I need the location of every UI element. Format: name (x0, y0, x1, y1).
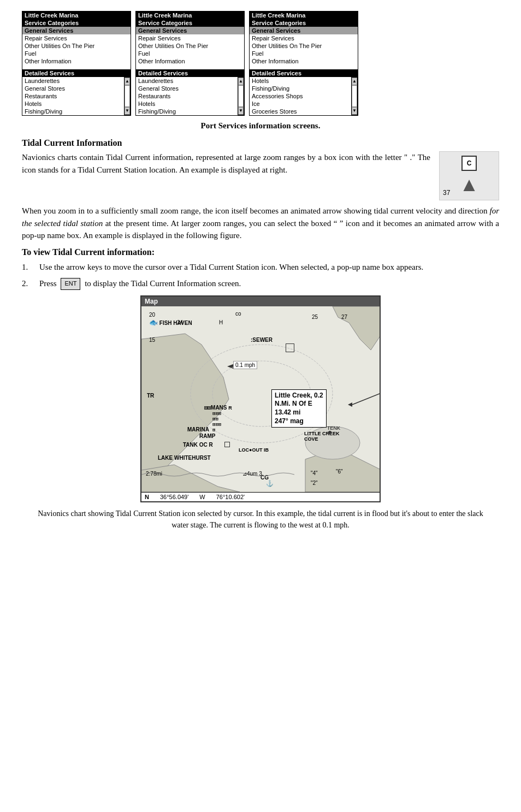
lake-label: LAKE WHITEHURST (158, 455, 211, 461)
circle-marker (286, 343, 294, 352)
map-body: 🐟 FISH HAVEN co 24 H 25 27 20 15 :SEWER … (141, 306, 380, 492)
tenk-label: TENK (327, 425, 340, 431)
map-container: Map 🐟 FISH HAVEN (140, 295, 381, 502)
marina-detailed-header-1: Detailed Services (22, 69, 131, 77)
tidal-icon-letter: C (467, 159, 472, 167)
scroll-track[interactable] (125, 85, 130, 107)
speed-label: 0.1 mph (233, 361, 257, 369)
scroll-up-arrow[interactable]: ▲ (125, 78, 130, 85)
step-2-text: to display the Tidal Current Information… (85, 279, 241, 288)
scroll-track[interactable] (238, 85, 244, 107)
scroll-down-arrow[interactable]: ▼ (125, 107, 130, 115)
marina-cat-item[interactable]: Fuel (22, 50, 131, 57)
depth-15: 15 (149, 337, 155, 343)
marina-cat-item[interactable]: Other Information (250, 57, 358, 65)
marina-detailed-header-2: Detailed Services (136, 69, 244, 77)
tank-symbol (224, 442, 230, 447)
coord-w-label: W (199, 494, 205, 500)
marina-cat-item[interactable]: Fuel (136, 50, 244, 57)
step-1-text: Use the arrow keys to move the cursor ov… (39, 260, 423, 274)
list-item[interactable]: Hotels (22, 100, 124, 108)
tidal-step-2: 2. Press ENT to display the Tidal Curren… (22, 277, 499, 290)
marina-cat-item[interactable]: Fuel (250, 50, 358, 57)
tidal-step-1: 1. Use the arrow keys to move the cursor… (22, 260, 499, 274)
mans-label: ⊠⊠MANS R (204, 405, 232, 411)
scroll-down-arrow[interactable]: ▼ (352, 107, 357, 115)
depth-h: H (219, 319, 223, 325)
svg-marker-9 (348, 402, 352, 407)
ramp-label: RAMP (199, 433, 215, 439)
tidal-paragraph-1-container: C ▲ 37 Navionics charts contain Tidal Cu… (22, 151, 499, 205)
list-item[interactable]: Groceries Stores (250, 108, 351, 115)
marina-panel-1: Little Creek Marina Service Categories G… (22, 11, 131, 116)
depth-20-tl: 20 (149, 312, 155, 318)
marina-cat-item[interactable]: Other Utilities On The Pier (22, 42, 131, 50)
marina-cat-item[interactable]: Other Utilities On The Pier (136, 42, 244, 50)
step-2-content: Press ENT to display the Tidal Current I… (39, 277, 241, 290)
sewer-label: :SEWER (251, 337, 273, 343)
list-item[interactable]: Accessories Shops (250, 92, 351, 100)
marina-selected-cat-1[interactable]: General Services (22, 27, 131, 34)
marina-selected-cat-2[interactable]: General Services (136, 27, 244, 34)
list-item[interactable]: Ice (250, 100, 351, 108)
marina-selected-cat-3[interactable]: General Services (250, 27, 358, 34)
tidal-paragraph-2: When you zoom in to a sufficiently small… (22, 205, 499, 242)
marina-cat-item[interactable]: Repair Services (136, 34, 244, 42)
list-item[interactable]: Launderettes (136, 77, 238, 85)
svg-line-8 (352, 394, 380, 405)
map-title: Map (141, 297, 380, 306)
marina-cat-item[interactable]: Other Information (22, 57, 131, 65)
marina-detailed-header-3: Detailed Services (250, 69, 358, 77)
list-item[interactable]: General Stores (136, 85, 238, 92)
coord-lon: 76°10.602' (216, 494, 245, 500)
tr-label: TR (147, 393, 154, 399)
little-creek-cove-label: LITTLE CREEKCOVE (304, 431, 340, 442)
north-indicator: N (145, 494, 149, 500)
marina-label: MARINA (187, 426, 209, 432)
fish-haven-label: 🐟 FISH HAVEN (149, 318, 192, 327)
scroll-track[interactable] (352, 85, 357, 107)
tidal-heading: Tidal Current Information (22, 138, 499, 148)
tenk-dot (328, 431, 331, 434)
marina-cat-item[interactable]: Other Utilities On The Pier (250, 42, 358, 50)
svg-marker-2 (333, 306, 380, 350)
depth-25: 25 (312, 314, 318, 320)
map-caption: Navionics chart showing Tidal Current St… (33, 508, 488, 531)
tidal-current-section: Tidal Current Information C ▲ 37 Navioni… (22, 138, 499, 242)
tidal-station-number: 37 (443, 189, 450, 197)
scrollbar-1[interactable]: ▲ ▼ (124, 77, 131, 115)
scroll-up-arrow[interactable]: ▲ (352, 78, 357, 85)
cg-symbol: ⚓ (266, 480, 274, 487)
list-item[interactable]: Hotels (250, 77, 351, 85)
press-ent-button[interactable]: ENT (61, 278, 80, 290)
port-panels-container: Little Creek Marina Service Categories G… (22, 11, 499, 116)
view-tidal-heading: To view Tidal Current information: (22, 247, 499, 257)
scroll-up-arrow[interactable]: ▲ (238, 78, 244, 85)
port-screens-section: Little Creek Marina Service Categories G… (22, 11, 499, 131)
depth-2-quote: "2" (311, 480, 318, 486)
marina-cat-item[interactable]: Other Information (136, 57, 244, 65)
list-item[interactable]: Fishing/Diving (136, 108, 238, 115)
loc-label: LOC●OUT IB (239, 447, 269, 453)
distance-label: 2:78mi (146, 471, 162, 477)
marina-cat-item[interactable]: Repair Services (250, 34, 358, 42)
tidal-icon-illustration: C ▲ 37 (439, 151, 499, 200)
list-item[interactable]: Restaurants (136, 92, 238, 100)
marina-subheader-1: Service Categories (22, 19, 131, 27)
step-2-number: 2. (22, 277, 28, 290)
marina-cat-item[interactable]: Repair Services (22, 34, 131, 42)
scroll-down-arrow[interactable]: ▼ (238, 107, 244, 115)
map-coords-bar: N 36°56.049' W 76°10.602' (141, 492, 380, 501)
list-item[interactable]: Fishing/Diving (250, 85, 351, 92)
list-item[interactable]: Fishing/Diving (22, 108, 124, 115)
scrollbar-2[interactable]: ▲ ▼ (238, 77, 244, 115)
marina-header-1: Little Creek Marina (22, 11, 131, 19)
marina-header-2: Little Creek Marina (136, 11, 244, 19)
list-item[interactable]: Restaurants (22, 92, 124, 100)
scrollbar-3[interactable]: ▲ ▼ (351, 77, 358, 115)
popup-arrow-svg (341, 388, 380, 410)
list-item[interactable]: Launderettes (22, 77, 124, 85)
list-item[interactable]: General Stores (22, 85, 124, 92)
list-item[interactable]: Hotels (136, 100, 238, 108)
step-1-number: 1. (22, 260, 28, 274)
